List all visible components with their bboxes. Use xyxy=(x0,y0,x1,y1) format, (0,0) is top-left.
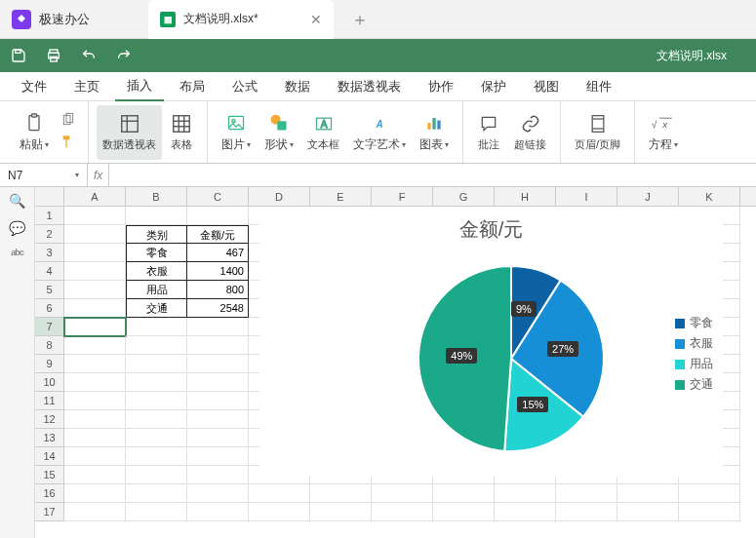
cell[interactable] xyxy=(187,466,249,484)
cell[interactable] xyxy=(433,484,495,503)
cell[interactable] xyxy=(64,207,126,225)
image-button[interactable]: 图片▾ xyxy=(216,105,257,160)
document-tab[interactable]: ▦ 文档说明.xlsx* ✕ xyxy=(148,0,334,39)
cell[interactable] xyxy=(187,336,249,355)
undo-icon[interactable] xyxy=(80,47,98,64)
cell[interactable] xyxy=(126,484,187,503)
cell[interactable] xyxy=(679,484,740,503)
cell[interactable]: 2548 xyxy=(187,299,249,318)
col-header[interactable]: K xyxy=(679,187,740,206)
row-header[interactable]: 5 xyxy=(35,281,64,299)
row-header[interactable]: 17 xyxy=(35,503,64,521)
cell[interactable] xyxy=(249,484,310,503)
menu-插入[interactable]: 插入 xyxy=(115,72,164,101)
col-header[interactable]: B xyxy=(126,187,187,206)
row-header[interactable]: 8 xyxy=(35,336,64,355)
comments-panel-icon[interactable]: 💬 xyxy=(9,220,25,236)
menu-文件[interactable]: 文件 xyxy=(10,72,59,101)
pivot-table-button[interactable]: 数据透视表 xyxy=(97,105,162,160)
cell[interactable]: 1400 xyxy=(187,262,249,281)
menu-数据[interactable]: 数据 xyxy=(273,72,322,101)
menu-公式[interactable]: 公式 xyxy=(220,72,269,101)
cell[interactable] xyxy=(556,484,617,503)
cell[interactable] xyxy=(64,484,126,503)
menu-协作[interactable]: 协作 xyxy=(417,72,465,101)
equation-button[interactable]: √x 方程▾ xyxy=(643,105,684,160)
cell[interactable] xyxy=(64,336,126,355)
row-header[interactable]: 7 xyxy=(35,318,64,336)
row-header[interactable]: 10 xyxy=(35,373,64,392)
cell[interactable] xyxy=(64,466,126,484)
paste-button[interactable]: 粘贴▾ xyxy=(14,105,55,160)
cell[interactable] xyxy=(64,355,126,373)
cell[interactable] xyxy=(187,484,249,503)
row-header[interactable]: 6 xyxy=(35,299,64,318)
col-header[interactable]: F xyxy=(372,187,433,206)
embedded-chart[interactable]: 金额/元 9%27%15%49% 零食衣服用品交通 xyxy=(259,207,723,477)
row-header[interactable]: 15 xyxy=(35,466,64,484)
copy-icon[interactable] xyxy=(60,112,76,131)
row-header[interactable]: 2 xyxy=(35,225,64,244)
cell[interactable]: 衣服 xyxy=(126,262,187,281)
col-header[interactable]: C xyxy=(187,187,249,206)
row-header[interactable]: 13 xyxy=(35,429,64,447)
table-button[interactable]: 表格 xyxy=(164,105,199,160)
cell[interactable] xyxy=(617,484,679,503)
select-all-corner[interactable] xyxy=(35,187,64,206)
cell[interactable]: 交通 xyxy=(126,299,187,318)
shape-button[interactable]: 形状▾ xyxy=(259,105,299,160)
cell[interactable] xyxy=(187,503,249,521)
cell[interactable] xyxy=(310,503,372,521)
col-header[interactable]: G xyxy=(433,187,495,206)
cell[interactable]: 零食 xyxy=(126,244,187,262)
cell[interactable] xyxy=(126,355,187,373)
cell[interactable] xyxy=(495,484,556,503)
comment-button[interactable]: 批注 xyxy=(471,105,506,160)
close-icon[interactable]: ✕ xyxy=(310,12,322,27)
cell[interactable] xyxy=(187,410,249,429)
col-header[interactable]: J xyxy=(617,187,679,206)
menu-主页[interactable]: 主页 xyxy=(62,72,111,101)
cell[interactable] xyxy=(64,410,126,429)
cell[interactable] xyxy=(126,447,187,466)
row-header[interactable]: 14 xyxy=(35,447,64,466)
save-icon[interactable] xyxy=(10,47,27,64)
cell[interactable]: 800 xyxy=(187,281,249,299)
row-header[interactable]: 9 xyxy=(35,355,64,373)
row-header[interactable]: 11 xyxy=(35,392,64,410)
cell[interactable] xyxy=(187,447,249,466)
cell[interactable] xyxy=(64,429,126,447)
cell[interactable] xyxy=(126,503,187,521)
cell[interactable] xyxy=(64,503,126,521)
col-header[interactable]: E xyxy=(310,187,372,206)
cell[interactable] xyxy=(64,373,126,392)
row-header[interactable]: 16 xyxy=(35,484,64,503)
cell[interactable] xyxy=(64,225,126,244)
menu-视图[interactable]: 视图 xyxy=(522,72,571,101)
cell[interactable] xyxy=(126,392,187,410)
cell[interactable] xyxy=(187,373,249,392)
cell[interactable]: 用品 xyxy=(126,281,187,299)
cell[interactable] xyxy=(126,373,187,392)
row-header[interactable]: 1 xyxy=(35,207,64,225)
row-header[interactable]: 12 xyxy=(35,410,64,429)
headerfooter-button[interactable]: 页眉/页脚 xyxy=(569,105,626,160)
col-header[interactable]: H xyxy=(495,187,556,206)
cell[interactable] xyxy=(249,503,310,521)
cell[interactable] xyxy=(64,392,126,410)
cell[interactable] xyxy=(126,429,187,447)
cell[interactable] xyxy=(433,503,495,521)
cell[interactable] xyxy=(126,207,187,225)
add-tab-icon[interactable]: ＋ xyxy=(351,8,369,31)
cell[interactable] xyxy=(187,207,249,225)
cell[interactable] xyxy=(64,299,126,318)
abc-icon[interactable]: abc xyxy=(11,248,23,257)
col-header[interactable]: I xyxy=(556,187,617,206)
cell[interactable] xyxy=(187,355,249,373)
menu-布局[interactable]: 布局 xyxy=(168,72,217,101)
cell[interactable] xyxy=(372,484,433,503)
row-header[interactable]: 4 xyxy=(35,262,64,281)
formula-input[interactable] xyxy=(109,164,756,186)
cell[interactable] xyxy=(126,336,187,355)
menu-保护[interactable]: 保护 xyxy=(469,72,518,101)
